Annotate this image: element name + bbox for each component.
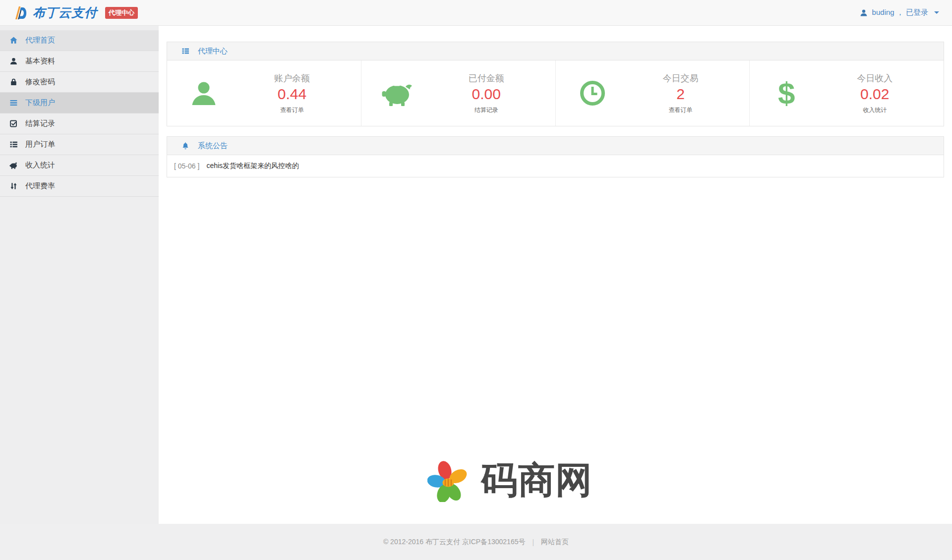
check-square-icon [9, 119, 18, 128]
announcement-panel-header: 系统公告 [167, 137, 944, 155]
stat-value: 0.00 [432, 86, 541, 102]
stat-link-view-orders[interactable]: 查看订单 [626, 106, 735, 114]
page-footer: © 2012-2016 布丁云支付 京ICP备13002165号 | 网站首页 [0, 524, 952, 560]
agent-center-panel-header: 代理中心 [167, 42, 944, 60]
footer-home-link[interactable]: 网站首页 [541, 538, 569, 547]
announcement-date: [ 05-06 ] [174, 162, 199, 170]
stat-piggy-bank-icon [378, 80, 418, 107]
stat-value: 0.02 [820, 86, 929, 102]
sidebar-item-settlement-records[interactable]: 结算记录 [0, 113, 159, 134]
sidebar-item-change-password[interactable]: 修改密码 [0, 72, 159, 93]
sort-arrows-icon [9, 182, 18, 190]
user-menu[interactable]: buding ， 已登录 [860, 8, 939, 17]
sidebar-item-agent-home[interactable]: 代理首页 [0, 30, 159, 51]
stat-value: 2 [626, 86, 735, 102]
piggy-bank-icon [9, 161, 18, 169]
sidebar-item-label: 代理首页 [25, 36, 55, 45]
brand-logo-icon [13, 5, 28, 21]
stat-value: 0.44 [238, 86, 347, 102]
stat-label: 账户余额 [238, 72, 347, 84]
stat-body: 今日交易 2 查看订单 [626, 72, 735, 114]
sidebar-item-income-stats[interactable]: 收入统计 [0, 155, 159, 176]
stat-label: 已付金额 [432, 72, 541, 84]
stat-link-settlement-records[interactable]: 结算记录 [432, 106, 541, 114]
stat-label: 今日交易 [626, 72, 735, 84]
stats-row: 账户余额 0.44 查看订单 [167, 60, 944, 126]
agent-center-panel: 代理中心 账户余额 0.44 查看订单 [167, 42, 944, 126]
announcement-panel: 系统公告 [ 05-06 ] cehis发货啥框架来的风控啥的 [167, 136, 944, 177]
top-navbar: 布丁云支付 代理中心 buding ， 已登录 [0, 0, 952, 26]
menu-lines-icon [9, 99, 18, 107]
sidebar-item-agent-rates[interactable]: 代理费率 [0, 176, 159, 197]
stat-body: 账户余额 0.44 查看订单 [238, 72, 347, 114]
stat-body: 已付金额 0.00 结算记录 [432, 72, 541, 114]
list-icon [9, 140, 18, 149]
sidebar-item-label: 修改密码 [25, 77, 55, 87]
stat-user-icon [184, 79, 224, 107]
announcement-item[interactable]: [ 05-06 ] cehis发货啥框架来的风控啥的 [167, 155, 944, 177]
sidebar-item-label: 下级用户 [25, 98, 55, 108]
panel-title: 系统公告 [198, 141, 228, 151]
stat-link-income-stats[interactable]: 收入统计 [820, 106, 929, 114]
sidebar-item-user-orders[interactable]: 用户订单 [0, 134, 159, 155]
stat-today-transactions: 今日交易 2 查看订单 [555, 60, 750, 126]
watermark-text: 码商网 [481, 456, 593, 505]
sidebar-item-label: 收入统计 [25, 161, 55, 170]
panel-title: 代理中心 [198, 47, 228, 56]
sidebar-item-label: 代理费率 [25, 181, 55, 191]
bell-icon [181, 142, 189, 150]
sidebar-item-sub-users[interactable]: 下级用户 [0, 93, 159, 113]
footer-separator: | [532, 538, 534, 546]
th-list-icon [181, 47, 189, 55]
brand-logo[interactable]: 布丁云支付 [13, 4, 97, 21]
lock-icon [9, 78, 18, 86]
stat-account-balance: 账户余额 0.44 查看订单 [167, 60, 361, 126]
stat-dollar-icon: $ [767, 78, 806, 109]
content-row: 代理首页 基本资料 修改密码 下级用户 [0, 26, 952, 524]
user-icon [860, 9, 868, 17]
footer-copyright: © 2012-2016 布丁云支付 京ICP备13002165号 [383, 538, 526, 547]
brand-name: 布丁云支付 [33, 4, 97, 21]
stat-paid-amount: 已付金额 0.00 结算记录 [361, 60, 555, 126]
sidebar: 代理首页 基本资料 修改密码 下级用户 [0, 26, 159, 524]
sidebar-item-label: 基本资料 [25, 56, 55, 66]
announcement-text: cehis发货啥框架来的风控啥的 [206, 162, 299, 170]
main-area: 代理中心 账户余额 0.44 查看订单 [159, 26, 952, 524]
sidebar-item-profile[interactable]: 基本资料 [0, 51, 159, 72]
person-icon [9, 57, 18, 65]
sidebar-item-label: 结算记录 [25, 119, 55, 128]
stat-today-income: $ 今日收入 0.02 收入统计 [749, 60, 944, 126]
chevron-down-icon [934, 11, 939, 14]
stat-body: 今日收入 0.02 收入统计 [820, 72, 929, 114]
flower-logo-icon [427, 459, 469, 502]
agent-center-badge: 代理中心 [105, 7, 138, 19]
stat-label: 今日收入 [820, 72, 929, 84]
user-name-label: buding ， 已登录 [872, 8, 928, 17]
stat-clock-icon [573, 80, 612, 106]
sidebar-item-label: 用户订单 [25, 140, 55, 149]
agent-dashboard-page: 布丁云支付 代理中心 buding ， 已登录 代理首页 [0, 0, 952, 560]
home-icon [9, 36, 18, 45]
stat-link-view-orders[interactable]: 查看订单 [238, 106, 347, 114]
site-watermark: 码商网 [427, 456, 593, 505]
